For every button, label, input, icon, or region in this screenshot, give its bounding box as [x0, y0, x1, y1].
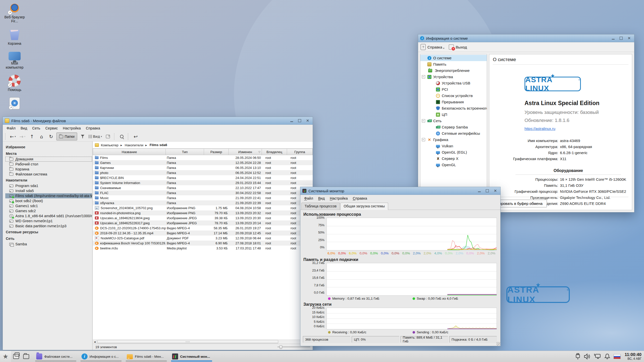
network-icon[interactable] — [594, 353, 601, 360]
tab[interactable]: Таблица процессов — [301, 203, 340, 210]
taskbar-task-button[interactable]: Информация о с... — [80, 351, 122, 362]
tree-item[interactable]: Сеть — [420, 118, 487, 124]
refresh-button[interactable]: ↻ — [47, 133, 55, 140]
system-info-titlebar[interactable]: i Информация о системе ✕ — [418, 34, 634, 42]
menu-item[interactable]: Справка — [350, 196, 369, 201]
view-mode-button[interactable]: Вид▾ — [88, 133, 103, 140]
table-row[interactable]: Screenshot_20240804_105702.png Изображен… — [93, 205, 313, 210]
sidebar-drive-item[interactable]: Films sda6 (/tmp/runtime-root/media/by-i… — [5, 193, 92, 198]
sidebar-drive-item[interactable]: Games sdc2 — [5, 208, 92, 213]
resize-grip[interactable] — [496, 342, 500, 346]
table-row[interactable]: $RECYCLE.BIN Папка 24.04.2024 22:51 root… — [93, 175, 313, 180]
table-row[interactable]: Скачиваемые Папка 22.10.2022 17:47 root … — [93, 185, 313, 190]
file-manager-launcher[interactable] — [21, 351, 31, 362]
maximize-button[interactable] — [485, 189, 489, 193]
breadcrumb-segment[interactable]: Компьютер — [100, 143, 123, 147]
taskbar-task-button[interactable]: Films sda6 - Мен... — [126, 351, 167, 362]
breadcrumb-segment[interactable]: Films sda6 — [149, 143, 168, 147]
window-switcher-button[interactable] — [11, 351, 21, 362]
table-row[interactable]: 2018-09-20 12.34.35 - 12.35.35.mp4 Видео… — [93, 231, 313, 236]
tree-item[interactable]: Сервер X — [420, 155, 487, 162]
sidebar-place-item[interactable]: Рабочий стол — [5, 162, 92, 167]
minimize-button[interactable] — [611, 36, 615, 40]
breadcrumb-segment[interactable]: Накопители — [124, 143, 148, 147]
tree-item[interactable]: Устройства — [420, 74, 487, 80]
search-button[interactable] — [117, 133, 126, 140]
column-header[interactable]: Владелец — [262, 149, 287, 155]
start-menu-button[interactable]: ★ — [0, 351, 11, 362]
column-header[interactable]: Тип — [166, 149, 204, 155]
tree-item[interactable]: Энергопотребление — [420, 67, 487, 74]
column-header[interactable]: Изменен — [229, 149, 262, 155]
desktop-icon[interactable]: ↗ Помощь — [3, 75, 27, 92]
usb-icon[interactable] — [575, 353, 581, 360]
volume-icon[interactable] — [584, 353, 591, 360]
sidebar-drive-item[interactable]: Program sda1 — [5, 183, 92, 188]
sidebar-place-item[interactable]: Корзина — [5, 167, 92, 172]
close-button[interactable]: ✕ — [627, 36, 631, 40]
tree-item[interactable]: OpenGL — [420, 162, 487, 168]
sidebar-place-item[interactable]: Домашняя — [5, 157, 92, 162]
tree-item[interactable]: Память — [420, 61, 487, 67]
tree-expander[interactable] — [422, 119, 425, 122]
tree-item[interactable]: Устройства USB — [420, 80, 487, 86]
tree-item[interactable]: PCI — [420, 86, 487, 93]
table-row[interactable]: photo Папка 06.05.2024 12:52 root root — [93, 170, 313, 175]
close-button[interactable]: ✕ — [306, 119, 310, 123]
table-row[interactable]: rounded-in-photoretrica.png Изображение … — [93, 210, 313, 215]
zoom-slider-thumb[interactable] — [279, 345, 282, 349]
column-header[interactable]: Группа — [287, 149, 313, 155]
tree-item[interactable]: Сетевые интерфейсы — [420, 130, 487, 137]
menu-item[interactable]: Настройка — [61, 125, 83, 131]
sidebar-place-item[interactable]: Файловая система — [5, 172, 92, 177]
tree-item[interactable]: OpenGL (EGL) — [420, 149, 487, 155]
sidebar-drive-item[interactable]: boot sdb2 (/boot) — [5, 198, 92, 203]
table-row[interactable]: FLAC Папка 30.04.2022 22:58 root root — [93, 190, 313, 195]
clock[interactable]: 11:00:40 ВС, 4 АВГ — [625, 352, 641, 360]
menu-item[interactable]: Справка — [84, 125, 102, 131]
tree-item[interactable]: Графика — [420, 137, 487, 143]
filter-button[interactable] — [78, 133, 87, 140]
table-row[interactable]: Games Папка 12.05.2024 22:28 root root — [93, 160, 313, 165]
up-button[interactable]: ↑ — [28, 133, 36, 140]
exit-button[interactable]: Выход — [449, 44, 467, 50]
sidebar-drive-item[interactable]: Astra 1.8_x86-64 amd64 sdd1 (/run/user/1… — [5, 213, 92, 218]
menu-item[interactable]: Вид — [316, 196, 327, 201]
sidebar-drive-item[interactable]: WD Green nvme0n1p1 — [5, 218, 92, 223]
menu-item[interactable]: Сервис — [43, 125, 60, 131]
tree-expander[interactable] — [422, 138, 425, 141]
home-button[interactable]: ⌂ — [37, 133, 46, 140]
sidebar-drive-item[interactable]: Basic data partition nvme1n1p3 — [5, 223, 92, 229]
menu-item[interactable]: Сеть — [30, 125, 43, 131]
sidebar-network-item[interactable]: Samba — [5, 242, 92, 247]
maximize-button[interactable] — [619, 36, 623, 40]
table-row[interactable]: DCS-2103_22-20200126-174900-175453.mp4 В… — [93, 225, 313, 231]
column-header[interactable]: Размер — [204, 149, 229, 155]
menu-item[interactable]: Вид — [18, 125, 29, 131]
forward-button[interactable]: →▾ — [18, 133, 27, 140]
close-button[interactable]: ✕ — [493, 189, 497, 193]
table-row[interactable]: NodeMCU-32S-Catalogue.pdf Документ PDF 3… — [93, 236, 313, 241]
tree-expander[interactable] — [422, 75, 425, 78]
keyboard-layout-flag-ru[interactable] — [614, 354, 621, 359]
column-header[interactable]: Название — [93, 149, 166, 155]
file-manager-titlebar[interactable]: Films sda6 - Менеджер файлов ✕ — [3, 117, 313, 125]
tree-item[interactable]: Список устройств — [420, 93, 487, 99]
maximize-button[interactable] — [298, 119, 302, 123]
back-button[interactable]: ←▾ — [9, 133, 17, 140]
split-view-button[interactable] — [104, 133, 112, 140]
tree-item[interactable]: ЦП — [420, 111, 487, 118]
table-row[interactable]: кофемашина Bosch VeroCup 100 TIS30129...… — [93, 241, 313, 246]
table-row[interactable]: Картинки Папка 06.05.2024 13:10 root roo… — [93, 165, 313, 170]
tree-item[interactable]: Vulkan — [420, 143, 487, 149]
desktop-icon[interactable]: ↗ — [3, 97, 27, 110]
table-row[interactable]: beeline.m3u Media playlist 3.53 КБ 17.03… — [93, 246, 313, 251]
folders-toggle-button[interactable]: Папки — [56, 132, 77, 141]
tab[interactable]: Общая загрузка системы — [340, 203, 388, 210]
table-row[interactable]: System Volume Information Папка 29.01.20… — [93, 180, 313, 185]
menu-item[interactable]: Файл — [302, 196, 315, 201]
astralinux-link[interactable]: https://astralinux.ru — [525, 127, 555, 131]
undo-button[interactable]: ↩ — [131, 133, 140, 140]
desktop-icon[interactable]: ↗ Корзина — [3, 28, 27, 46]
help-button[interactable]: ? Справка ▾ — [421, 44, 444, 50]
